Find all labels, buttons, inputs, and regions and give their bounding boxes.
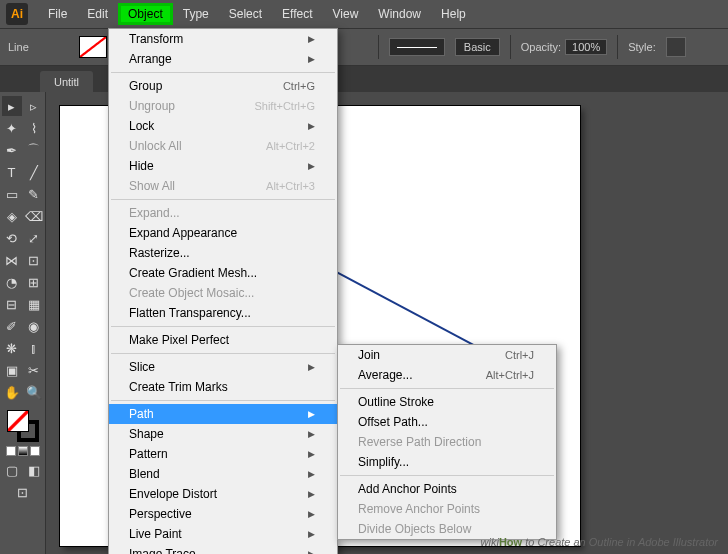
menu-item-arrange[interactable]: Arrange▶ [109, 49, 337, 69]
menu-item-rasterize[interactable]: Rasterize... [109, 243, 337, 263]
menu-item-label: Flatten Transparency... [129, 306, 251, 320]
curvature-tool[interactable]: ⌒ [24, 140, 44, 160]
rectangle-tool[interactable]: ▭ [2, 184, 22, 204]
menu-item-envelope-distort[interactable]: Envelope Distort▶ [109, 484, 337, 504]
menu-item-image-trace[interactable]: Image Trace▶ [109, 544, 337, 554]
shape-builder-tool[interactable]: ◔ [2, 272, 22, 292]
menu-edit[interactable]: Edit [77, 3, 118, 25]
selection-tool[interactable]: ▸ [2, 96, 22, 116]
menu-item-flatten-transparency[interactable]: Flatten Transparency... [109, 303, 337, 323]
menu-help[interactable]: Help [431, 3, 476, 25]
menu-item-label: Make Pixel Perfect [129, 333, 229, 347]
menu-item-lock[interactable]: Lock▶ [109, 116, 337, 136]
menu-item-make-pixel-perfect[interactable]: Make Pixel Perfect [109, 330, 337, 350]
color-mode[interactable] [6, 446, 16, 456]
menu-type[interactable]: Type [173, 3, 219, 25]
hand-tool[interactable]: ✋ [2, 382, 22, 402]
menu-item-hide[interactable]: Hide▶ [109, 156, 337, 176]
symbol-sprayer-tool[interactable]: ❋ [2, 338, 22, 358]
menu-item-join[interactable]: JoinCtrl+J [338, 345, 556, 365]
menu-item-reverse-path-direction: Reverse Path Direction [338, 432, 556, 452]
direct-selection-tool[interactable]: ▹ [24, 96, 44, 116]
submenu-arrow-icon: ▶ [308, 121, 315, 131]
menu-item-label: Shape [129, 427, 164, 441]
menu-item-simplify[interactable]: Simplify... [338, 452, 556, 472]
style-dropdown[interactable] [666, 37, 686, 57]
submenu-arrow-icon: ▶ [308, 429, 315, 439]
menu-item-shape[interactable]: Shape▶ [109, 424, 337, 444]
stroke-profile-dropdown[interactable] [389, 38, 445, 56]
eyedropper-tool[interactable]: ✐ [2, 316, 22, 336]
menu-item-label: Simplify... [358, 455, 409, 469]
scale-tool[interactable]: ⤢ [24, 228, 44, 248]
path-submenu-dropdown: JoinCtrl+JAverage...Alt+Ctrl+JOutline St… [337, 344, 557, 540]
gradient-mode[interactable] [18, 446, 28, 456]
menu-item-group[interactable]: GroupCtrl+G [109, 76, 337, 96]
width-tool[interactable]: ⋈ [2, 250, 22, 270]
menu-item-transform[interactable]: Transform▶ [109, 29, 337, 49]
none-mode[interactable] [30, 446, 40, 456]
menu-item-create-gradient-mesh[interactable]: Create Gradient Mesh... [109, 263, 337, 283]
menu-item-add-anchor-points[interactable]: Add Anchor Points [338, 479, 556, 499]
menu-item-path[interactable]: Path▶ [109, 404, 337, 424]
fill-color[interactable] [7, 410, 29, 432]
menu-item-blend[interactable]: Blend▶ [109, 464, 337, 484]
column-graph-tool[interactable]: ⫿ [24, 338, 44, 358]
menu-item-perspective[interactable]: Perspective▶ [109, 504, 337, 524]
eraser-tool[interactable]: ⌫ [24, 206, 44, 226]
shaper-tool[interactable]: ◈ [2, 206, 22, 226]
lasso-tool[interactable]: ⌇ [24, 118, 44, 138]
menu-item-slice[interactable]: Slice▶ [109, 357, 337, 377]
submenu-arrow-icon: ▶ [308, 469, 315, 479]
draw-normal[interactable]: ▢ [2, 460, 22, 480]
menu-file[interactable]: File [38, 3, 77, 25]
brush-definition-dropdown[interactable]: Basic [455, 38, 500, 56]
menu-effect[interactable]: Effect [272, 3, 322, 25]
menu-item-expand-appearance[interactable]: Expand Appearance [109, 223, 337, 243]
screen-mode[interactable]: ⊡ [13, 482, 33, 502]
menu-item-live-paint[interactable]: Live Paint▶ [109, 524, 337, 544]
mesh-tool[interactable]: ⊟ [2, 294, 22, 314]
document-tab[interactable]: Untitl [40, 71, 93, 92]
menu-item-label: Ungroup [129, 99, 175, 113]
menu-item-average[interactable]: Average...Alt+Ctrl+J [338, 365, 556, 385]
rotate-tool[interactable]: ⟲ [2, 228, 22, 248]
fill-swatch[interactable] [79, 36, 107, 58]
menu-item-label: Reverse Path Direction [358, 435, 481, 449]
menu-window[interactable]: Window [368, 3, 431, 25]
perspective-tool[interactable]: ⊞ [24, 272, 44, 292]
menu-object[interactable]: Object [118, 3, 173, 25]
pen-tool[interactable]: ✒ [2, 140, 22, 160]
menu-item-label: Transform [129, 32, 183, 46]
artboard-tool[interactable]: ▣ [2, 360, 22, 380]
menu-item-outline-stroke[interactable]: Outline Stroke [338, 392, 556, 412]
type-tool[interactable]: T [2, 162, 22, 182]
menu-item-label: Envelope Distort [129, 487, 217, 501]
menu-item-label: Offset Path... [358, 415, 428, 429]
blend-tool[interactable]: ◉ [24, 316, 44, 336]
opacity-input[interactable]: 100% [565, 39, 607, 55]
menu-select[interactable]: Select [219, 3, 272, 25]
magic-wand-tool[interactable]: ✦ [2, 118, 22, 138]
line-tool[interactable]: ╱ [24, 162, 44, 182]
gradient-tool[interactable]: ▦ [24, 294, 44, 314]
submenu-arrow-icon: ▶ [308, 161, 315, 171]
paintbrush-tool[interactable]: ✎ [24, 184, 44, 204]
fill-stroke-control[interactable] [7, 410, 39, 442]
submenu-arrow-icon: ▶ [308, 362, 315, 372]
menu-item-pattern[interactable]: Pattern▶ [109, 444, 337, 464]
menu-shortcut: Alt+Ctrl+3 [266, 180, 315, 192]
menu-view[interactable]: View [323, 3, 369, 25]
draw-behind[interactable]: ◧ [24, 460, 44, 480]
free-transform-tool[interactable]: ⊡ [24, 250, 44, 270]
menu-item-label: Join [358, 348, 380, 362]
submenu-arrow-icon: ▶ [308, 489, 315, 499]
zoom-tool[interactable]: 🔍 [24, 382, 44, 402]
submenu-arrow-icon: ▶ [308, 449, 315, 459]
menu-separator [111, 199, 335, 200]
menu-item-label: Blend [129, 467, 160, 481]
tools-panel: ▸▹ ✦⌇ ✒⌒ T╱ ▭✎ ◈⌫ ⟲⤢ ⋈⊡ ◔⊞ ⊟▦ ✐◉ ❋⫿ ▣✂ ✋… [0, 92, 46, 554]
slice-tool[interactable]: ✂ [24, 360, 44, 380]
menu-item-offset-path[interactable]: Offset Path... [338, 412, 556, 432]
menu-item-create-trim-marks[interactable]: Create Trim Marks [109, 377, 337, 397]
